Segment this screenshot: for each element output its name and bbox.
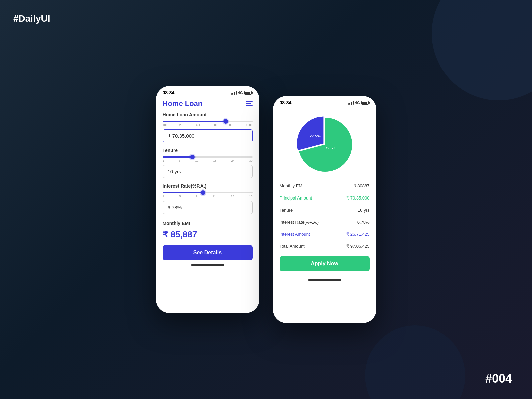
signal-icon-2 bbox=[348, 101, 354, 105]
battery-icon-2 bbox=[361, 101, 370, 105]
daily-ui-tag: #DailyUI bbox=[13, 13, 50, 24]
time-2: 08:34 bbox=[280, 100, 292, 105]
status-icons-2: 4G bbox=[348, 101, 370, 105]
detail-row-interest-amount: Interest Amount ₹ 26,71,425 bbox=[280, 228, 370, 240]
detail-value-tenure: 10 yrs bbox=[358, 208, 369, 213]
detail-label-emi: Monthly EMI bbox=[280, 183, 304, 188]
details-table: Monthly EMI ₹ 80887 Principal Amount ₹ 7… bbox=[273, 180, 376, 252]
detail-row-total: Total Amount ₹ 97,06,425 bbox=[280, 240, 370, 252]
home-indicator-1 bbox=[156, 260, 259, 268]
svg-text:72.5%: 72.5% bbox=[325, 146, 336, 150]
interest-label: Interest Rate(%P.A.) bbox=[163, 183, 253, 189]
detail-value-principal: ₹ 70,35,000 bbox=[346, 195, 369, 201]
battery-icon-1 bbox=[244, 91, 253, 95]
loan-slider-labels: 10L20L40L60L80L100L bbox=[163, 123, 253, 127]
svg-text:27.5%: 27.5% bbox=[309, 134, 321, 138]
apply-now-button[interactable]: Apply Now bbox=[280, 256, 370, 271]
status-bar-1: 08:34 4G bbox=[156, 86, 259, 98]
detail-row-interest-rate: Interest Rate(%P.A.) 6.78% bbox=[280, 216, 370, 228]
phone-1: 08:34 4G Home Loan Home Loan Amoun bbox=[156, 86, 259, 313]
phone-2: 08:34 4G bbox=[273, 96, 376, 323]
detail-row-principal: Principal Amount ₹ 70,35,000 bbox=[280, 192, 370, 204]
loan-amount-label: Home Loan Amount bbox=[163, 112, 253, 117]
see-details-button[interactable]: See Details bbox=[163, 245, 253, 260]
phone-header-1: Home Loan bbox=[156, 98, 259, 112]
detail-label-total: Total Amount bbox=[280, 244, 305, 249]
chart-container: 72.5% 27.5% bbox=[273, 108, 376, 180]
tenure-input[interactable] bbox=[163, 165, 253, 178]
detail-row-tenure: Tenure 10 yrs bbox=[280, 204, 370, 216]
home-indicator-2 bbox=[273, 275, 376, 283]
detail-label-interest-rate: Interest Rate(%P.A.) bbox=[280, 220, 319, 225]
emi-label: Monthly EMI bbox=[163, 221, 253, 226]
emi-section: Monthly EMI ₹ 85,887 bbox=[163, 221, 253, 240]
detail-label-interest-amount: Interest Amount bbox=[280, 232, 310, 237]
emi-value: ₹ 85,887 bbox=[163, 229, 253, 240]
tenure-slider-labels: 1612182430 bbox=[163, 159, 253, 162]
detail-value-emi: ₹ 80887 bbox=[354, 183, 370, 188]
loan-amount-slider[interactable]: 10L20L40L60L80L100L bbox=[163, 121, 253, 127]
interest-input[interactable] bbox=[163, 201, 253, 214]
detail-value-total: ₹ 97,06,425 bbox=[346, 244, 369, 249]
signal-icon-1 bbox=[231, 91, 237, 95]
phone-title-1: Home Loan bbox=[163, 99, 203, 108]
menu-icon[interactable] bbox=[246, 101, 253, 106]
tenure-slider[interactable]: 1612182430 bbox=[163, 156, 253, 162]
status-bar-2: 08:34 4G bbox=[273, 96, 376, 108]
time-1: 08:34 bbox=[163, 90, 175, 95]
detail-value-interest-rate: 6.78% bbox=[357, 220, 370, 225]
interest-slider[interactable]: 159111315 bbox=[163, 192, 253, 198]
network-label-1: 4G bbox=[238, 91, 243, 95]
tenure-label: Tenure bbox=[163, 148, 253, 153]
interest-slider-labels: 159111315 bbox=[163, 195, 253, 198]
detail-value-interest-amount: ₹ 26,71,425 bbox=[346, 232, 369, 237]
detail-label-principal: Principal Amount bbox=[280, 195, 312, 201]
status-icons-1: 4G bbox=[231, 91, 253, 95]
detail-row-emi: Monthly EMI ₹ 80887 bbox=[280, 180, 370, 192]
detail-label-tenure: Tenure bbox=[280, 208, 293, 213]
phones-container: 08:34 4G Home Loan Home Loan Amoun bbox=[156, 76, 376, 323]
daily-ui-number: #004 bbox=[485, 372, 512, 386]
phone-content-1: Home Loan Amount 10L20L40L60L80L100L Ten… bbox=[156, 112, 259, 260]
network-label-2: 4G bbox=[355, 101, 360, 105]
loan-amount-input[interactable] bbox=[163, 129, 253, 142]
pie-chart: 72.5% 27.5% bbox=[295, 115, 355, 175]
